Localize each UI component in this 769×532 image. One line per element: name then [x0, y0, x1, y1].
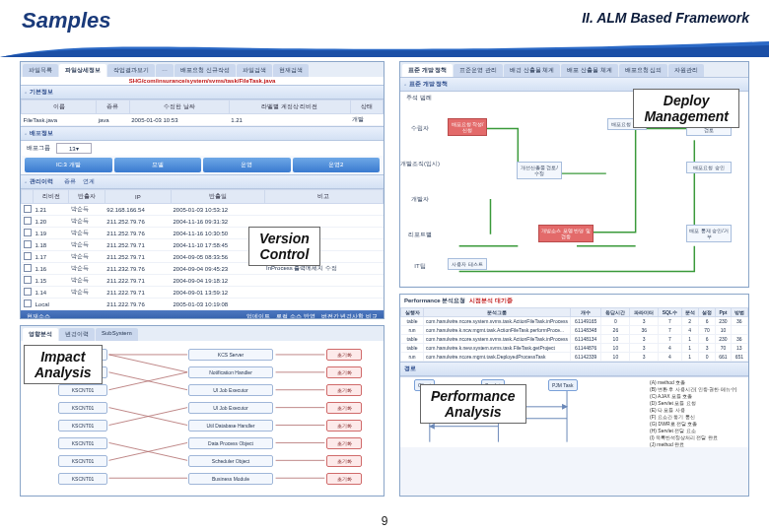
- checkbox[interactable]: [24, 252, 32, 260]
- table-row[interactable]: 1.16박순득211.232.79.762004-09-04 09:45:23I…: [22, 263, 384, 275]
- impact-node-right[interactable]: 초기화: [326, 366, 362, 378]
- table-row[interactable]: tablecom.hanulwire.ncore.system.svms.tas…: [401, 317, 748, 326]
- flow-box: 사용자 테스트: [448, 258, 487, 270]
- stage-button[interactable]: 운영2: [293, 158, 381, 172]
- table-row[interactable]: 1.21박순득92.168.166.542005-01-03 10:53:12: [22, 204, 384, 216]
- impact-node-mid[interactable]: Data Process Object: [188, 437, 273, 449]
- impact-node-left[interactable]: KSCNT01: [58, 420, 107, 432]
- col-header: 수정한 날짜: [129, 100, 229, 114]
- section-breadcrumb: II. ALM Based Framework: [582, 10, 749, 26]
- row-label: 개발조직(임시): [400, 160, 440, 168]
- stage-button[interactable]: IC:3 개발: [25, 158, 112, 172]
- table-row[interactable]: tablecom.hanulwire.ncore.system.svms.tas…: [401, 335, 748, 344]
- cell: com.hanulwire.ncore.system.svms.task.Act…: [424, 317, 571, 326]
- tab-item[interactable]: …: [156, 64, 174, 77]
- cell: 211.252.79.76: [105, 228, 171, 239]
- impact-node-right[interactable]: 초기화: [326, 473, 362, 485]
- ia-tabs[interactable]: 영향분석 변경이력 SubSystem: [21, 326, 384, 341]
- tab-item[interactable]: 표준운영 관리: [454, 64, 503, 77]
- tab-item[interactable]: 영향분석: [23, 328, 58, 341]
- legend: (A) method 호출(B) 변환 후 사용시간( 인증·권한·메뉴수)(C…: [650, 379, 746, 448]
- impact-node-left[interactable]: KSCNT01: [58, 437, 107, 449]
- cell: 박순득: [69, 228, 105, 239]
- table-row[interactable]: tablecom.hanulwire.k.new.system.svms.tas…: [401, 344, 748, 353]
- impact-node-mid[interactable]: Notification Handler: [188, 366, 273, 378]
- tab-item[interactable]: 파일목록: [23, 64, 58, 77]
- footer-button[interactable]: 버전간 변경사항 비교: [321, 312, 378, 320]
- tab-item[interactable]: 자원관리: [668, 64, 704, 77]
- impact-node-right[interactable]: 초기화: [326, 402, 362, 414]
- table-row[interactable]: 1.17박순득211.252.79.712004-09-05 08:33:56h…: [22, 251, 384, 263]
- cell: 1.20: [34, 216, 69, 228]
- footer-button[interactable]: 업데이트: [246, 312, 270, 320]
- footer-button[interactable]: 로컬 소스 반영: [276, 312, 315, 320]
- impact-node-right[interactable]: 초기화: [326, 437, 362, 449]
- impact-node-mid[interactable]: Business Module: [188, 473, 273, 485]
- subtab[interactable]: 연계: [83, 177, 95, 186]
- checkbox[interactable]: [24, 217, 32, 225]
- cell: 26: [601, 326, 630, 335]
- stage-button[interactable]: 운영: [203, 158, 291, 172]
- table-row[interactable]: 1.15박순득211.222.79.712004-09-04 19:18:12: [22, 275, 384, 287]
- tab-item[interactable]: 배포요청 심의: [619, 64, 668, 77]
- deploy-select[interactable]: 13▾: [56, 143, 92, 154]
- tab-item[interactable]: 배경 산출물 체계: [504, 64, 560, 77]
- impact-node-right[interactable]: 초기화: [326, 384, 362, 396]
- dot-icon: ◦: [25, 131, 27, 137]
- checkbox[interactable]: [24, 276, 32, 284]
- cell: 박순득: [69, 216, 105, 228]
- table-row[interactable]: runcom.hanulwire.k.ncw.mgmt.task.ActionF…: [401, 326, 748, 335]
- impact-node-mid[interactable]: UI Job Executor: [188, 384, 273, 396]
- cell: 10: [601, 335, 630, 344]
- table-row[interactable]: runcom.hanulwire.ncore.mgmt.task.Deploye…: [401, 353, 748, 362]
- checkbox[interactable]: [24, 299, 32, 307]
- impact-node-right[interactable]: 초기화: [326, 349, 362, 361]
- impact-node-mid[interactable]: UI Job Executor: [188, 402, 273, 414]
- tab-item[interactable]: 작업결과보기: [107, 64, 155, 77]
- cell: com.hanulwire.ncore.mgmt.task.DeployedPr…: [424, 353, 571, 362]
- version-control-panel: 파일목록 파일상세정보 작업결과보기 … 배포요청 신규작성 파일검색 현재검색…: [20, 61, 384, 319]
- cell: 1.21: [229, 114, 350, 126]
- tab-item[interactable]: SubSystem: [96, 328, 138, 341]
- impact-node-mid[interactable]: Util Database Handler: [188, 420, 273, 432]
- tab-item[interactable]: 현재검색: [273, 64, 309, 77]
- table-row[interactable]: 1.18박순득211.252.79.712004-11-10 17:58:45: [22, 239, 384, 251]
- cell: [264, 299, 383, 310]
- impact-node-mid[interactable]: Scheduler Object: [188, 455, 273, 467]
- table-row[interactable]: 1.20박순득211.252.79.762004-11-16 09:31:32: [22, 216, 384, 228]
- checkbox[interactable]: [24, 264, 32, 272]
- dm-tabs[interactable]: 표준 개발 정책 표준운영 관리 배경 산출물 체계 배포 산출물 체계 배포요…: [400, 62, 748, 77]
- tab-item[interactable]: 표준 개발 정책: [402, 64, 453, 77]
- tab-item[interactable]: 배포요청 신규작성: [175, 64, 236, 77]
- checkbox[interactable]: [24, 229, 32, 236]
- impact-node-left[interactable]: KSCNT01: [58, 402, 107, 414]
- impact-node-left[interactable]: KSCNT01: [58, 473, 107, 485]
- footer-button[interactable]: 현재소스: [27, 312, 50, 320]
- tab-item[interactable]: 배포 산출물 체계: [561, 64, 617, 77]
- table-row[interactable]: Local211.222.79.762005-01-03 10:19:08: [22, 299, 384, 310]
- cell: 92.168.166.54: [105, 204, 171, 216]
- table-row[interactable]: 1.14박순득211.222.79.712004-09-01 13:59:12: [22, 287, 384, 299]
- impact-node-right[interactable]: 초기화: [326, 455, 362, 467]
- checkbox[interactable]: [24, 288, 32, 296]
- impact-node-left[interactable]: KSCNT01: [58, 455, 107, 467]
- impact-node-left[interactable]: KSCNT01: [58, 384, 107, 396]
- stage-button[interactable]: 모델: [114, 158, 202, 172]
- vc-tabs[interactable]: 파일목록 파일상세정보 작업결과보기 … 배포요청 신규작성 파일검색 현재검색: [21, 62, 384, 77]
- tab-item[interactable]: 파일상세정보: [59, 64, 106, 77]
- checkbox[interactable]: [24, 205, 32, 213]
- cell: 박순득: [69, 204, 105, 216]
- impact-node-mid[interactable]: KCS Server: [188, 349, 273, 361]
- dot-icon: ◦: [404, 82, 406, 88]
- impact-node-right[interactable]: 초기화: [326, 420, 362, 432]
- subtab[interactable]: 종류: [64, 177, 76, 186]
- cell: 1.16: [34, 263, 69, 275]
- cell: 61148348: [571, 326, 601, 335]
- table-row[interactable]: 1.19박순득211.252.79.762004-11-16 10:30:50: [22, 228, 384, 239]
- section-basic: ◦기본정보: [21, 85, 384, 100]
- tab-item[interactable]: 변경이력: [59, 328, 95, 341]
- checkbox[interactable]: [24, 240, 32, 248]
- col-header: 실행자: [401, 308, 424, 317]
- tab-item[interactable]: 파일검색: [237, 64, 272, 77]
- svg-line-1: [109, 355, 188, 372]
